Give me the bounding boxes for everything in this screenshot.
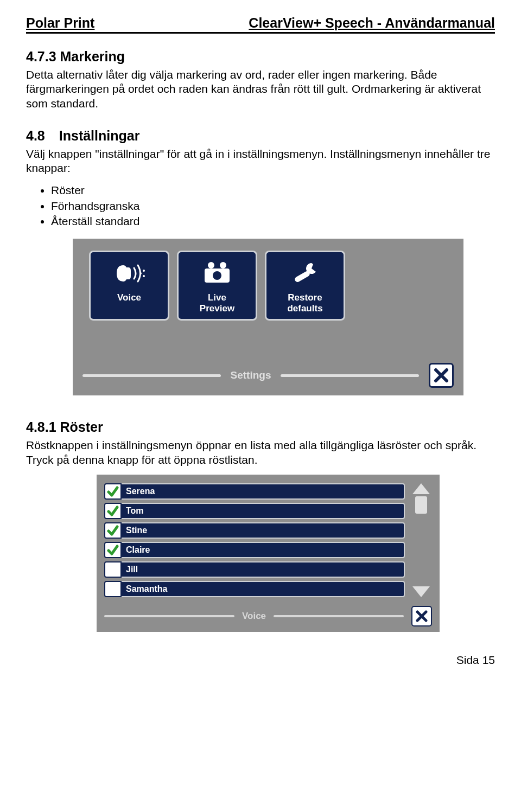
scroll-down-icon[interactable]	[412, 586, 430, 597]
page-header: Polar Print ClearView+ Speech - Användar…	[26, 15, 495, 34]
voice-name: Serena	[122, 483, 405, 500]
voice-name: Stine	[122, 522, 405, 539]
heading-473: 4.7.3 Markering	[26, 49, 495, 65]
settings-caption: Settings	[231, 369, 271, 381]
scroll-thumb[interactable]	[415, 496, 427, 514]
voice-icon	[93, 258, 166, 289]
svg-point-3	[208, 262, 214, 268]
body-473: Detta alternativ låter dig välja markeri…	[26, 68, 495, 111]
heading-48-number: 4.8	[26, 128, 45, 143]
voice-scrollbar[interactable]	[410, 483, 432, 597]
restore-defaults-button[interactable]: Restore defaults	[265, 251, 345, 321]
settings-buttons-row: Voice Live Preview Restore defaults	[82, 251, 454, 321]
voice-checkbox[interactable]	[104, 483, 122, 500]
voice-checkbox[interactable]	[104, 542, 122, 558]
body-481: Röstknappen i inställningsmenyn öppnar e…	[26, 438, 495, 467]
divider-line	[82, 374, 221, 377]
svg-point-6	[213, 271, 221, 280]
svg-rect-7	[294, 270, 311, 283]
voice-name: Jill	[122, 561, 405, 578]
live-preview-button[interactable]: Live Preview	[177, 251, 257, 321]
voice-list: Serena Tom Stine Claire	[104, 483, 405, 597]
settings-bottom-bar: Settings	[82, 363, 454, 388]
voice-name: Samantha	[122, 581, 405, 597]
svg-point-0	[139, 272, 142, 274]
check-icon	[107, 544, 119, 556]
voice-row[interactable]: Jill	[104, 561, 405, 578]
close-button[interactable]	[429, 363, 454, 388]
header-left: Polar Print	[26, 15, 94, 31]
check-icon	[107, 505, 119, 517]
heading-48-title: Inställningar	[59, 128, 140, 143]
voice-row[interactable]: Claire	[104, 542, 405, 558]
close-button[interactable]	[411, 606, 432, 626]
bullet-item: Återställ standard	[51, 214, 495, 229]
scroll-up-icon[interactable]	[412, 483, 430, 494]
bullet-item: Röster	[51, 183, 495, 198]
voice-row[interactable]: Tom	[104, 503, 405, 519]
settings-screenshot: Voice Live Preview Restore defaults	[73, 239, 463, 395]
heading-481: 4.8.1 Röster	[26, 419, 495, 435]
voice-row[interactable]: Stine	[104, 522, 405, 539]
bullets-48: Röster Förhandsgranska Återställ standar…	[51, 183, 495, 229]
voice-checkbox[interactable]	[104, 522, 122, 539]
body-48: Välj knappen "inställningar" för att gå …	[26, 147, 495, 176]
svg-point-1	[143, 270, 145, 272]
restore-defaults-button-label: Restore defaults	[269, 292, 341, 314]
page-number: Sida 15	[26, 654, 495, 667]
voice-bottom-bar: Voice	[104, 606, 432, 626]
voice-row[interactable]: Serena	[104, 483, 405, 500]
check-icon	[107, 525, 119, 536]
voice-list-screenshot: Serena Tom Stine Claire	[97, 475, 440, 632]
voice-name: Claire	[122, 542, 405, 558]
voice-checkbox[interactable]	[104, 561, 122, 578]
svg-point-2	[143, 275, 145, 277]
voice-button[interactable]: Voice	[89, 251, 169, 321]
divider-line	[274, 615, 404, 617]
voice-caption: Voice	[242, 611, 266, 622]
heading-48: 4.8Inställningar	[26, 128, 495, 144]
voice-checkbox[interactable]	[104, 503, 122, 519]
close-icon	[416, 610, 428, 622]
divider-line	[104, 615, 234, 617]
wrench-icon	[269, 258, 341, 289]
camera-icon	[181, 258, 253, 289]
voice-row[interactable]: Samantha	[104, 581, 405, 597]
divider-line	[281, 374, 419, 377]
live-preview-button-label: Live Preview	[181, 292, 253, 314]
bullet-item: Förhandsgranska	[51, 199, 495, 214]
check-icon	[107, 485, 119, 497]
svg-point-4	[220, 262, 226, 268]
voice-checkbox[interactable]	[104, 581, 122, 597]
header-right: ClearView+ Speech - Användarmanual	[249, 15, 495, 31]
voice-button-label: Voice	[93, 292, 166, 303]
voice-name: Tom	[122, 503, 405, 519]
close-icon	[434, 368, 449, 383]
